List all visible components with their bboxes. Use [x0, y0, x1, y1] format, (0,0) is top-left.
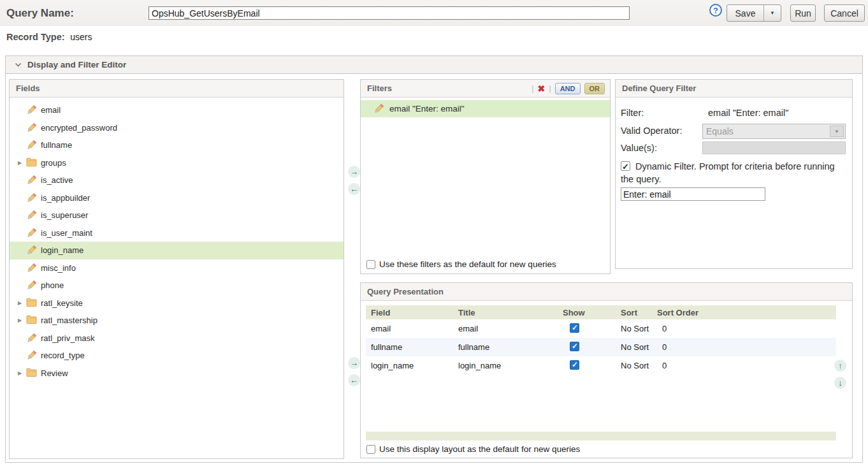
field-tree-item[interactable]: ▶is_appbuilder	[10, 189, 344, 207]
cell-sort: No Sort	[621, 342, 657, 352]
or-operator-button[interactable]: OR	[584, 83, 605, 94]
move-left-arrow-icon[interactable]: ←	[348, 374, 360, 386]
field-tree-item[interactable]: ▶misc_info	[10, 259, 344, 277]
show-checkbox[interactable]	[570, 323, 579, 333]
tree-item-label: fullname	[41, 140, 72, 150]
field-tree-item[interactable]: ▶email	[10, 101, 344, 119]
pencil-icon	[26, 333, 37, 344]
field-tree-item[interactable]: ▶record_type	[10, 347, 344, 365]
tree-item-label: is_appbuilder	[41, 193, 90, 203]
save-split-button[interactable]: Save ▼	[727, 4, 781, 22]
run-button[interactable]: Run	[790, 4, 816, 22]
field-tree-item[interactable]: ▶fullname	[10, 136, 344, 154]
tree-item-label: ratl_mastership	[41, 316, 98, 325]
dynamic-filter-label: Dynamic Filter. Prompt for criteria befo…	[621, 161, 835, 184]
filters-toolbar: | ✖ | AND OR	[532, 83, 605, 94]
layout-default-checkbox[interactable]	[366, 445, 375, 454]
field-tree-item[interactable]: ▶ratl_priv_mask	[10, 330, 344, 347]
operator-value: Equals	[706, 126, 734, 136]
filters-panel-header: Filters | ✖ | AND OR	[361, 80, 610, 98]
field-tree-item[interactable]: ▶is_superuser	[10, 207, 344, 224]
tree-item-label: ratl_priv_mask	[41, 333, 95, 343]
pencil-icon	[26, 280, 37, 291]
folder-icon	[26, 368, 37, 379]
tree-item-label: is_superuser	[41, 210, 88, 220]
field-tree-item[interactable]: ▶encrypted_password	[10, 119, 344, 137]
display-filter-editor-header[interactable]: Display and Filter Editor	[6, 56, 862, 74]
operator-select: Equals ▼	[702, 124, 846, 139]
tree-item-label: record_type	[41, 351, 85, 360]
tree-item-label: login_name	[41, 245, 83, 255]
filters-default-checkbox-row: Use these filters as the default for new…	[366, 259, 556, 269]
field-tree-item[interactable]: ▶phone	[10, 277, 344, 295]
record-type-label: Record Type:	[6, 32, 65, 42]
column-header-sort: Sort	[621, 308, 657, 317]
editor-section-title: Display and Filter Editor	[27, 60, 126, 69]
cancel-button[interactable]: Cancel	[824, 4, 865, 22]
delete-filter-icon[interactable]: ✖	[538, 84, 546, 94]
tree-item-label: phone	[41, 280, 64, 290]
dynamic-prompt-input[interactable]	[621, 187, 765, 201]
cell-sort: No Sort	[621, 324, 657, 333]
expand-arrow-icon[interactable]: ▶	[16, 370, 24, 376]
presentation-table-footer-strip	[366, 432, 836, 441]
field-tree-item[interactable]: ▶is_user_maint	[10, 224, 344, 242]
filter-list-item[interactable]: email "Enter: email"	[361, 100, 610, 117]
folder-tree-item[interactable]: ▶ratl_keysite	[10, 295, 344, 312]
folder-tree-item[interactable]: ▶ratl_mastership	[10, 312, 344, 330]
query-name-input[interactable]	[148, 6, 630, 20]
folder-tree-item[interactable]: ▶Review	[10, 365, 344, 382]
save-dropdown-caret-icon[interactable]: ▼	[763, 5, 781, 21]
pencil-icon	[26, 193, 37, 203]
expand-arrow-icon[interactable]: ▶	[16, 160, 24, 166]
table-row[interactable]: emailemailNo Sort0	[366, 319, 836, 338]
filters-panel-title: Filters	[367, 84, 392, 93]
pencil-icon	[373, 103, 384, 114]
cell-title: fullname	[458, 342, 563, 352]
tree-item-label: is_active	[41, 175, 73, 185]
fields-panel: Fields ▶email▶encrypted_password▶fullnam…	[9, 79, 344, 459]
operator-row: Valid Operator: Equals ▼	[621, 126, 682, 136]
cell-field: email	[366, 324, 458, 333]
values-input	[702, 142, 846, 154]
presentation-panel-header: Query Presentation	[361, 283, 852, 301]
folder-icon	[26, 298, 37, 309]
and-operator-button[interactable]: AND	[555, 83, 581, 94]
dynamic-filter-checkbox[interactable]	[621, 161, 630, 171]
show-checkbox[interactable]	[570, 360, 579, 370]
tree-item-label: is_user_maint	[41, 228, 92, 238]
field-tree-item[interactable]: ▶login_name	[10, 242, 344, 259]
field-tree-item[interactable]: ▶is_active	[10, 171, 344, 189]
toolbar-separator: |	[532, 84, 533, 93]
move-right-arrow-icon[interactable]: →	[348, 357, 360, 369]
filter-label: Filter:	[621, 108, 708, 118]
move-up-arrow-icon[interactable]: ↑	[834, 360, 846, 372]
query-editor-window: Query Name: ? Save ▼ Run Cancel Record T…	[0, 0, 868, 466]
folder-tree-item[interactable]: ▶groups	[10, 154, 344, 172]
move-left-arrow-icon[interactable]: ←	[348, 183, 360, 195]
define-panel-title: Define Query Filter	[622, 84, 696, 93]
fields-panel-header: Fields	[10, 80, 344, 98]
pencil-icon	[26, 228, 37, 238]
show-checkbox[interactable]	[570, 342, 579, 351]
presentation-table-body: emailemailNo Sort0fullnamefullnameNo Sor…	[366, 319, 836, 375]
table-row[interactable]: fullnamefullnameNo Sort0	[366, 338, 836, 356]
help-icon[interactable]: ?	[709, 4, 722, 17]
filters-default-checkbox-label: Use these filters as the default for new…	[379, 259, 556, 269]
select-caret-icon: ▼	[830, 126, 844, 137]
filters-panel: Filters | ✖ | AND OR email "Enter: email…	[360, 79, 611, 274]
move-down-arrow-icon[interactable]: ↓	[834, 377, 846, 389]
filter-summary-row: Filter: email "Enter: email"	[621, 108, 788, 118]
column-header-show: Show	[563, 308, 621, 317]
expand-arrow-icon[interactable]: ▶	[16, 317, 24, 323]
presentation-table: FieldTitleShowSortSort Order emailemailN…	[366, 305, 836, 375]
cell-sort-order: 0	[657, 361, 836, 370]
expand-arrow-icon[interactable]: ▶	[16, 300, 24, 306]
move-right-arrow-icon[interactable]: →	[348, 166, 360, 178]
chevron-down-icon	[15, 62, 22, 68]
table-row[interactable]: login_namelogin_nameNo Sort0	[366, 356, 836, 375]
filters-default-checkbox[interactable]	[366, 260, 375, 269]
save-button[interactable]: Save	[727, 8, 763, 18]
pencil-icon	[26, 245, 37, 256]
pencil-icon	[26, 122, 37, 133]
